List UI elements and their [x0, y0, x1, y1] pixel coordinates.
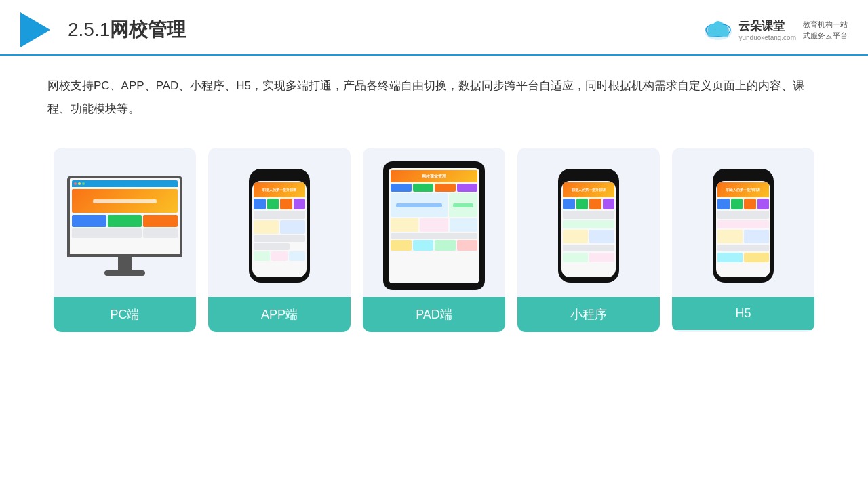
- header-left: 2.5.1网校管理: [20, 12, 186, 47]
- logo-cloud: 云朵课堂 yunduoketang.com 教育机构一站式服务云平台: [702, 18, 848, 41]
- logo-text: 云朵课堂 yunduoketang.com: [738, 18, 796, 41]
- phone-screen-mini: 职途人的第一堂升职课: [561, 181, 616, 277]
- card-h5-label: H5: [672, 297, 814, 330]
- card-h5: 职途人的第一堂升职课: [672, 148, 814, 332]
- card-pc: PC端: [54, 148, 196, 332]
- header: 2.5.1网校管理 云朵课堂 yunduo: [0, 0, 868, 56]
- monitor-stand: [118, 257, 132, 270]
- phone-notch-mini: [579, 173, 598, 178]
- tablet-body: 网校课堂管理: [383, 161, 485, 290]
- card-app-label: APP端: [208, 297, 351, 332]
- phone-body-app: 职途人的第一堂升职课: [249, 169, 310, 283]
- page-title: 2.5.1网校管理: [68, 17, 186, 43]
- logo-area: 云朵课堂 yunduoketang.com 教育机构一站式服务云平台: [702, 18, 848, 41]
- phone-screen-app: 职途人的第一堂升职课: [252, 181, 307, 277]
- card-pc-image: [54, 148, 196, 297]
- phone-notch-h5: [734, 173, 753, 178]
- logo-url: yunduoketang.com: [738, 34, 796, 41]
- phone-miniprogram: 职途人的第一堂升职课: [558, 169, 619, 283]
- description-text: 网校支持PC、APP、PAD、小程序、H5，实现多端打通，产品各终端自由切换，数…: [47, 75, 821, 121]
- card-app-image: 职途人的第一堂升职课: [208, 148, 351, 297]
- card-pad-label: PAD端: [363, 297, 505, 332]
- cloud-icon: [702, 18, 734, 41]
- phone-screen-h5: 职途人的第一堂升职课: [716, 181, 770, 277]
- svg-rect-10: [708, 30, 728, 36]
- phone-body-h5: 职途人的第一堂升职课: [713, 169, 774, 283]
- pc-monitor: [67, 176, 182, 276]
- title-number: 2.5.1: [68, 19, 110, 40]
- card-pad: 网校课堂管理: [363, 148, 505, 332]
- phone-h5: 职途人的第一堂升职课: [713, 169, 774, 283]
- card-miniprogram-label: 小程序: [517, 297, 660, 332]
- phone-app: 职途人的第一堂升职课: [249, 169, 310, 283]
- logo-main-text: 云朵课堂: [738, 18, 796, 34]
- tablet-screen: 网校课堂管理: [389, 168, 479, 283]
- phone-body-miniprogram: 职途人的第一堂升职课: [558, 169, 619, 283]
- card-miniprogram-image: 职途人的第一堂升职课: [517, 148, 660, 297]
- monitor-base: [104, 270, 145, 276]
- card-miniprogram: 职途人的第一堂升职课: [517, 148, 660, 332]
- monitor-screen: [67, 176, 182, 257]
- card-h5-image: 职途人的第一堂升职课: [672, 148, 814, 297]
- logo-tagline: 教育机构一站式服务云平台: [803, 19, 848, 41]
- title-text: 网校管理: [110, 19, 186, 40]
- description: 网校支持PC、APP、PAD、小程序、H5，实现多端打通，产品各终端自由切换，数…: [0, 56, 868, 134]
- card-pad-image: 网校课堂管理: [363, 148, 505, 297]
- card-app: 职途人的第一堂升职课: [208, 148, 351, 332]
- card-pc-label: PC端: [54, 297, 196, 332]
- play-icon: [20, 12, 50, 47]
- phone-notch: [270, 173, 289, 178]
- cards-container: PC端 职途人的第一堂升职课: [0, 134, 868, 346]
